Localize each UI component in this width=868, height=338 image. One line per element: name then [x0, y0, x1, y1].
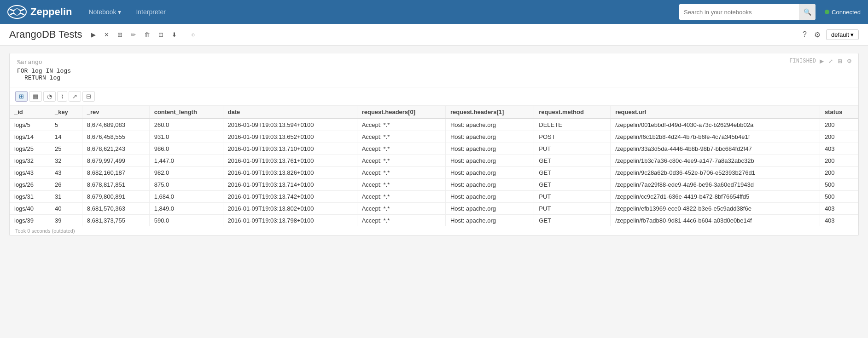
table-cell: 8,678,621,243 [82, 143, 149, 155]
table-cell: 1,447.0 [149, 155, 223, 167]
table-cell: 8,681,373,755 [82, 215, 149, 227]
cell-run-btn[interactable]: ▶ [819, 58, 825, 64]
table-cell: logs/32 [10, 155, 50, 167]
table-container: _id_key_revcontent_lengthdaterequest.hea… [10, 106, 858, 226]
table-cell: 500 [820, 179, 858, 191]
connected-dot-icon [825, 10, 829, 14]
export-btn[interactable]: ⬇ [169, 29, 180, 40]
show-hide-btn[interactable]: ⊞ [114, 29, 126, 40]
table-row: logs/39398,681,373,755590.02016-01-09T19… [10, 215, 858, 227]
schedule-btn[interactable]: ○ [188, 29, 198, 40]
connected-badge: Connected [825, 9, 861, 16]
table-cell: 25 [50, 143, 82, 155]
table-cell: 2016-01-09T19:03:13.826+0100 [223, 167, 357, 179]
cell-code-line1: FOR log IN logs [17, 68, 851, 74]
cell-settings-btn[interactable]: ⚙ [846, 58, 853, 64]
cell-table-btn[interactable]: ⊞ [837, 58, 843, 64]
table-row: logs/32328,679,997,4991,447.02016-01-09T… [10, 155, 858, 167]
table-col-header: content_length [149, 106, 223, 119]
table-cell: /zeppelin/cc9c27d1-636e-4419-b472-8bf766… [611, 191, 820, 203]
bar-chart-btn[interactable]: ▦ [29, 91, 42, 102]
table-row: logs/31318,679,800,8911,684.02016-01-09T… [10, 191, 858, 203]
table-cell: 32 [50, 155, 82, 167]
search-input[interactable] [679, 4, 799, 20]
table-cell: 931.0 [149, 131, 223, 143]
table-cell: 5 [50, 119, 82, 131]
dropdown-chevron-icon: ▾ [851, 31, 854, 38]
table-cell: 875.0 [149, 179, 223, 191]
table-cell: 2016-01-09T19:03:13.594+0100 [223, 119, 357, 131]
table-cell: 43 [50, 167, 82, 179]
table-cell: 2016-01-09T19:03:13.710+0100 [223, 143, 357, 155]
notebook-menu[interactable]: Notebook ▾ [83, 6, 127, 18]
table-col-header: _id [10, 106, 50, 119]
line-chart-btn[interactable]: ↗ [69, 91, 81, 102]
run-all-btn[interactable]: ▶ [88, 29, 99, 40]
table-cell: logs/31 [10, 191, 50, 203]
svg-point-3 [14, 9, 20, 15]
cell-expand-btn[interactable]: ⤢ [827, 58, 834, 64]
table-cell: 2016-01-09T19:03:13.802+0100 [223, 203, 357, 215]
table-cell: 2016-01-09T19:03:13.742+0100 [223, 191, 357, 203]
scatter-chart-btn[interactable]: ⊟ [82, 91, 95, 102]
table-cell: Accept: *.* [357, 167, 445, 179]
edit-btn[interactable]: ✏ [128, 29, 139, 40]
table-cell: 2016-01-09T19:03:13.798+0100 [223, 215, 357, 227]
page-toolbar: ▶ ✕ ⊞ ✏ 🗑 ⊡ ⬇ ○ [88, 29, 198, 40]
table-col-header: _key [50, 106, 82, 119]
table-cell: Accept: *.* [357, 215, 445, 227]
table-header-row: _id_key_revcontent_lengthdaterequest.hea… [10, 106, 858, 119]
cell-status-text: FINISHED [789, 58, 816, 64]
table-cell: Accept: *.* [357, 191, 445, 203]
table-cell: 403 [820, 143, 858, 155]
table-cell: 8,681,570,363 [82, 203, 149, 215]
area-chart-btn[interactable]: ⌇ [57, 91, 67, 102]
help-btn[interactable]: ? [801, 29, 809, 40]
table-cell: /zeppelin/33a3d5da-4446-4b8b-98b7-bbc684… [611, 143, 820, 155]
table-cell: 8,682,160,187 [82, 167, 149, 179]
table-cell: /zeppelin/efb13969-ece0-4822-b3e6-e5c9ad… [611, 203, 820, 215]
table-col-header: status [820, 106, 858, 119]
data-table: _id_key_revcontent_lengthdaterequest.hea… [10, 106, 858, 226]
table-cell: PUT [534, 203, 611, 215]
search-button[interactable]: 🔍 [799, 4, 816, 20]
table-cell: 200 [820, 131, 858, 143]
content: %arango FOR log IN logs RETURN log FINIS… [0, 46, 868, 249]
table-cell: 1,684.0 [149, 191, 223, 203]
interpreter-link[interactable]: Interpreter [130, 6, 171, 18]
table-cell: 26 [50, 179, 82, 191]
table-cell: GET [534, 179, 611, 191]
navbar: Zeppelin Notebook ▾ Interpreter 🔍 Connec… [0, 0, 868, 24]
search-box: 🔍 [679, 4, 816, 20]
default-dropdown-btn[interactable]: default ▾ [826, 29, 859, 40]
clone-btn[interactable]: ⊡ [155, 29, 167, 40]
table-col-header: date [223, 106, 357, 119]
table-row: logs/14148,676,458,555931.02016-01-09T19… [10, 131, 858, 143]
table-cell: Accept: *.* [357, 203, 445, 215]
table-cell: 2016-01-09T19:03:13.714+0100 [223, 179, 357, 191]
table-cell: Accept: *.* [357, 143, 445, 155]
table-cell: 8,676,458,555 [82, 131, 149, 143]
header-right: ? ⚙ default ▾ [801, 29, 859, 40]
table-header: _id_key_revcontent_lengthdaterequest.hea… [10, 106, 858, 119]
table-cell: 200 [820, 167, 858, 179]
delete-btn[interactable]: 🗑 [141, 29, 153, 40]
table-view-btn[interactable]: ⊞ [15, 91, 28, 102]
table-cell: 8,679,997,499 [82, 155, 149, 167]
page-title: ArangoDB Tests [9, 29, 82, 40]
table-row: logs/43438,682,160,187982.02016-01-09T19… [10, 167, 858, 179]
table-cell: 8,678,817,851 [82, 179, 149, 191]
table-col-header: request.headers[1] [445, 106, 534, 119]
clear-output-btn[interactable]: ✕ [101, 29, 112, 40]
settings-btn[interactable]: ⚙ [812, 29, 822, 40]
table-cell: 31 [50, 191, 82, 203]
cell-code-area: %arango FOR log IN logs RETURN log FINIS… [10, 53, 858, 87]
table-cell: /zeppelin/001ebbdf-d49d-4030-a73c-b26294… [611, 119, 820, 131]
notebook-cell: %arango FOR log IN logs RETURN log FINIS… [9, 53, 859, 236]
table-cell: 403 [820, 203, 858, 215]
cell-status: FINISHED ▶ ⤢ ⊞ ⚙ [789, 58, 853, 64]
table-cell: 2016-01-09T19:03:13.652+0100 [223, 131, 357, 143]
table-cell: 403 [820, 215, 858, 227]
table-body: logs/558,674,689,083260.02016-01-09T19:0… [10, 119, 858, 226]
pie-chart-btn[interactable]: ◔ [43, 91, 56, 102]
